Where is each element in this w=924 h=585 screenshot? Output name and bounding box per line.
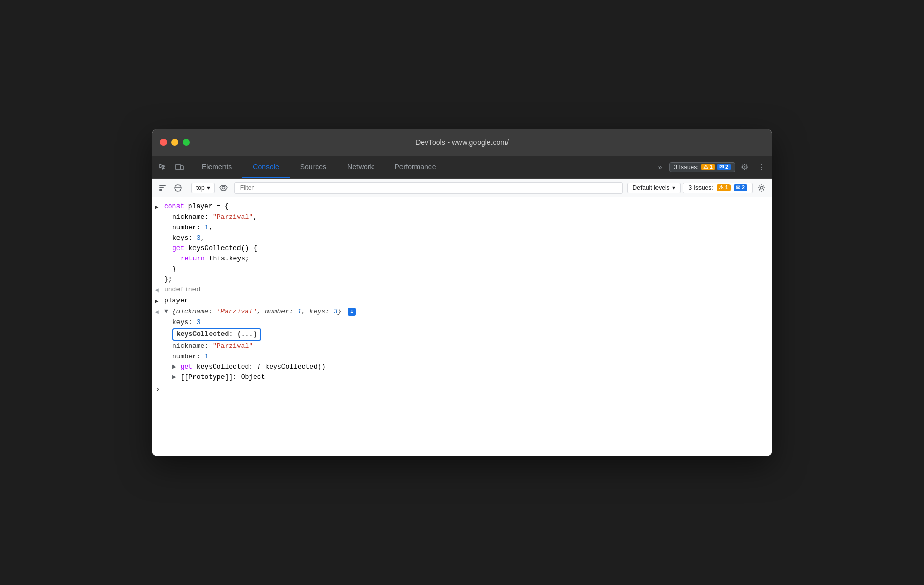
info-icon[interactable]: i <box>348 308 356 316</box>
list-item: nickname: "Parzival", <box>170 212 772 223</box>
issues-label: 3 Issues: <box>674 164 699 171</box>
svg-rect-0 <box>176 164 180 170</box>
code-line: nickname: "Parzival", <box>170 213 768 222</box>
tabs-right: » 3 Issues: ⚠ 1 ✉ 2 ⚙ ⋮ <box>649 156 772 178</box>
console-output: ▶ const player = { nickname: "Parzival",… <box>152 197 772 456</box>
list-item: }; <box>152 274 772 285</box>
prototype-expand-arrow[interactable]: ▶ <box>172 373 176 381</box>
svg-rect-2 <box>159 185 166 186</box>
output-arrow-2: ◀ <box>152 307 162 317</box>
levels-label: Default levels <box>633 184 670 192</box>
devtools-window: DevTools - www.google.com/ Elements Cons… <box>152 129 772 456</box>
dropdown-arrow: ▾ <box>207 184 210 192</box>
collapse-arrow[interactable]: ▼ <box>164 308 168 315</box>
tab-console[interactable]: Console <box>242 156 289 178</box>
undefined-output: undefined <box>162 285 768 295</box>
more-options-button[interactable]: ⋮ <box>754 160 768 174</box>
list-item: ◀ undefined <box>152 285 772 296</box>
spacer <box>152 275 162 275</box>
list-item: keys: 3, <box>170 233 772 243</box>
tabs-left-icons <box>152 156 191 178</box>
tab-sources[interactable]: Sources <box>290 156 337 178</box>
eye-button[interactable] <box>217 181 230 195</box>
getter-expand-arrow[interactable]: ▶ <box>172 363 176 371</box>
issues-info-badge: ✉ 2 <box>734 184 747 191</box>
list-item: return this.keys; <box>178 254 772 264</box>
window-title: DevTools - www.google.com/ <box>415 138 509 147</box>
expand-arrow[interactable]: ▶ <box>152 296 162 306</box>
svg-rect-4 <box>159 189 162 191</box>
list-item: ▶ player <box>152 296 772 306</box>
keys-collected-highlighted: keysCollected: (...) <box>172 328 261 341</box>
list-item: } <box>170 264 772 274</box>
console-toolbar: top ▾ Default levels ▾ 3 Issues: ⚠ 1 ✉ 2 <box>152 179 772 197</box>
nickname-line: nickname: "Parzival" <box>170 342 768 351</box>
player-label: player <box>162 296 768 305</box>
expand-arrow[interactable]: ▶ <box>152 202 162 212</box>
issues-count-button[interactable]: 3 Issues: ⚠ 1 ✉ 2 <box>683 183 753 193</box>
console-settings-button[interactable] <box>755 181 768 195</box>
list-item: nickname: "Parzival" <box>170 341 772 352</box>
keys-line: keys: 3 <box>170 318 768 327</box>
prototype-line: ▶ [[Prototype]]: Object <box>170 373 768 382</box>
code-line: keys: 3, <box>170 233 768 243</box>
code-line: get keysCollected() { <box>170 244 768 253</box>
clear-console-button[interactable] <box>156 181 169 195</box>
getter-line: ▶ get keysCollected: f keysCollected() <box>170 362 768 372</box>
info-count-badge: ✉ 2 <box>717 164 731 170</box>
obj-preview-line: ▼ {nickname: 'Parzival', number: 1, keys… <box>162 307 768 316</box>
list-item: number: 1 <box>170 352 772 362</box>
more-tabs-button[interactable]: » <box>653 160 667 174</box>
tabs-nav: Elements Console Sources Network Perform… <box>191 156 649 178</box>
list-item: keys: 3 <box>170 317 772 328</box>
warn-count-badge: ⚠ 1 <box>701 164 715 170</box>
traffic-lights <box>160 139 190 146</box>
svg-rect-3 <box>159 187 164 188</box>
titlebar: DevTools - www.google.com/ <box>152 129 772 156</box>
close-button[interactable] <box>160 139 167 146</box>
list-item: number: 1, <box>170 223 772 233</box>
device-toggle-button[interactable] <box>172 160 187 174</box>
code-line: const player = { <box>162 202 768 211</box>
filter-input[interactable] <box>234 182 623 194</box>
code-line: }; <box>162 275 768 284</box>
context-selector[interactable]: top ▾ <box>191 183 215 193</box>
console-input-prompt: › <box>152 383 772 396</box>
tab-network[interactable]: Network <box>337 156 384 178</box>
keys-collected-line: keysCollected: (...) <box>170 328 768 341</box>
svg-rect-1 <box>181 166 183 170</box>
code-line: } <box>170 265 768 274</box>
output-arrow: ◀ <box>152 285 162 295</box>
number-line: number: 1 <box>170 352 768 361</box>
log-levels-dropdown[interactable]: Default levels ▾ <box>627 183 681 193</box>
levels-arrow: ▾ <box>672 184 675 192</box>
issues-badge[interactable]: 3 Issues: ⚠ 1 ✉ 2 <box>669 162 735 172</box>
list-item: keysCollected: (...) <box>170 328 772 341</box>
block-network-button[interactable] <box>171 181 185 195</box>
maximize-button[interactable] <box>183 139 190 146</box>
settings-button[interactable]: ⚙ <box>737 160 752 174</box>
list-item: ▶ [[Prototype]]: Object <box>170 372 772 383</box>
issues-warn-badge: ⚠ 1 <box>717 184 731 191</box>
minimize-button[interactable] <box>171 139 178 146</box>
svg-point-7 <box>222 186 225 189</box>
list-item: ◀ ▼ {nickname: 'Parzival', number: 1, ke… <box>152 306 772 317</box>
context-label: top <box>196 184 205 192</box>
tab-elements[interactable]: Elements <box>191 156 242 178</box>
inspect-element-button[interactable] <box>156 160 170 174</box>
code-line: return this.keys; <box>178 254 768 264</box>
tab-performance[interactable]: Performance <box>384 156 446 178</box>
list-item: get keysCollected() { <box>170 243 772 254</box>
prompt-symbol: › <box>156 385 160 393</box>
list-item: ▶ const player = { <box>152 201 772 212</box>
svg-point-8 <box>761 186 763 189</box>
toolbar-divider-1 <box>188 183 188 193</box>
code-line: number: 1, <box>170 223 768 232</box>
issues-text: 3 Issues: <box>689 184 713 192</box>
tabs-bar: Elements Console Sources Network Perform… <box>152 156 772 179</box>
list-item: ▶ get keysCollected: f keysCollected() <box>170 362 772 372</box>
